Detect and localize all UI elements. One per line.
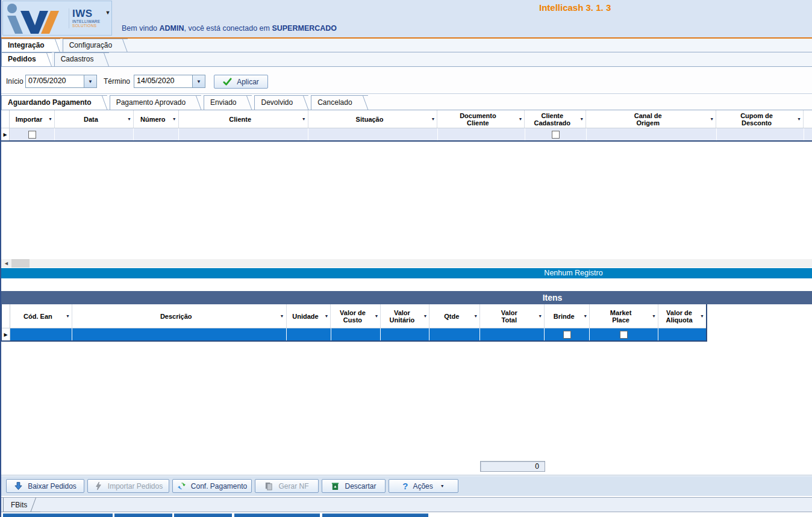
filter-dropdown-icon[interactable]: ▼ xyxy=(172,116,176,123)
cell-descricao[interactable] xyxy=(72,328,287,340)
col-unidade-label: Unidade xyxy=(292,313,318,320)
scrollbar-thumb[interactable] xyxy=(11,259,30,268)
col-cod-ean[interactable]: Cód. Ean▼ xyxy=(10,304,72,328)
col-market-place[interactable]: Market Place▼ xyxy=(590,304,658,328)
inicio-label: Início xyxy=(6,77,23,86)
cell-market-place[interactable] xyxy=(590,328,658,340)
cliente-cadastrado-checkbox[interactable] xyxy=(552,131,560,139)
col-canal-origem[interactable]: Canal de Origem▼ xyxy=(586,110,716,128)
cell-importar[interactable] xyxy=(10,128,55,140)
gerar-nf-button[interactable]: Gerar NF xyxy=(255,479,319,493)
cell-valor-custo[interactable] xyxy=(331,328,381,340)
horizontal-scrollbar[interactable]: ◄ xyxy=(1,259,812,268)
tab-aguardando-label: Aguardando Pagamento xyxy=(8,98,92,107)
aplicar-button[interactable]: Aplicar xyxy=(214,75,268,89)
col-cliente[interactable]: Cliente▼ xyxy=(179,110,308,128)
col-importar[interactable]: Importar▼ xyxy=(10,110,55,128)
filter-dropdown-icon[interactable]: ▼ xyxy=(579,116,584,123)
filter-dropdown-icon[interactable]: ▼ xyxy=(325,313,329,320)
tab-pagamento-aprovado[interactable]: Pagamento Aprovado xyxy=(110,95,201,110)
cell-valor-total[interactable] xyxy=(480,328,545,340)
filter-dropdown-icon[interactable]: ▼ xyxy=(280,313,284,320)
filter-dropdown-icon[interactable]: ▼ xyxy=(652,313,656,320)
col-valor-aliquota[interactable]: Valor de Aliquota▼ xyxy=(658,304,706,328)
descartar-button[interactable]: Descartar xyxy=(322,479,386,493)
termino-dropdown-button[interactable]: ▼ xyxy=(192,75,205,87)
cell-brinde[interactable] xyxy=(545,328,590,340)
chevron-down-icon: ▼ xyxy=(440,484,445,488)
inicio-dropdown-button[interactable]: ▼ xyxy=(84,75,96,87)
filter-dropdown-icon[interactable]: ▼ xyxy=(797,116,801,123)
col-situacao[interactable]: Situação▼ xyxy=(308,110,438,128)
logo-dropdown-icon[interactable]: ▼ xyxy=(105,10,110,16)
cell-cliente[interactable] xyxy=(179,128,308,140)
filter-dropdown-icon[interactable]: ▼ xyxy=(302,116,306,123)
cell-data[interactable] xyxy=(55,128,134,140)
col-valor-total[interactable]: Valor Total▼ xyxy=(480,304,545,328)
col-valor-unitario[interactable]: Valor Unitário▼ xyxy=(381,304,429,328)
col-qtde[interactable]: Qtde▼ xyxy=(429,304,480,328)
tab-aguardando-pagamento[interactable]: Aguardando Pagamento xyxy=(1,95,107,110)
chevron-down-icon: ▼ xyxy=(196,79,201,84)
filter-dropdown-icon[interactable]: ▼ xyxy=(66,313,70,320)
cell-qtde[interactable] xyxy=(429,328,480,340)
baixar-pedidos-button[interactable]: Baixar Pedidos xyxy=(6,479,84,493)
cell-documento-cliente[interactable] xyxy=(438,128,525,140)
filter-dropdown-icon[interactable]: ▼ xyxy=(431,116,436,123)
filter-dropdown-icon[interactable]: ▼ xyxy=(423,313,427,320)
filter-dropdown-icon[interactable]: ▼ xyxy=(48,116,52,123)
market-place-checkbox[interactable] xyxy=(620,331,628,339)
tab-cadastros[interactable]: Cadastros xyxy=(54,52,110,66)
filter-dropdown-icon[interactable]: ▼ xyxy=(518,116,522,123)
inicio-date-value[interactable]: 07/05/2020 xyxy=(26,75,84,87)
items-grid-header: Cód. Ean▼ Descrição▼ Unidade▼ Valor de C… xyxy=(2,304,706,328)
filter-dropdown-icon[interactable]: ▼ xyxy=(473,313,478,320)
col-numero[interactable]: Número▼ xyxy=(134,110,179,128)
filter-dropdown-icon[interactable]: ▼ xyxy=(374,313,378,320)
filter-dropdown-icon[interactable]: ▼ xyxy=(710,116,714,123)
items-selected-empty-row[interactable]: ▶ xyxy=(2,328,706,342)
filter-dropdown-icon[interactable]: ▼ xyxy=(700,313,704,320)
col-documento-cliente[interactable]: Documento Cliente▼ xyxy=(437,110,525,128)
termino-date-picker[interactable]: 14/05/2020 ▼ xyxy=(134,75,205,88)
tab-cancelado[interactable]: Cancelado xyxy=(311,95,367,110)
col-valor-custo[interactable]: Valor de Custo▼ xyxy=(331,304,381,328)
logo-menu-button[interactable]: IWS INTELLIWARE SOLUTIONS ▼ xyxy=(2,1,112,36)
cell-unidade[interactable] xyxy=(287,328,331,340)
acoes-button[interactable]: ? Ações ▼ xyxy=(389,479,458,493)
filter-dropdown-icon[interactable]: ▼ xyxy=(538,313,542,320)
brinde-checkbox[interactable] xyxy=(563,331,571,339)
inicio-date-picker[interactable]: 07/05/2020 ▼ xyxy=(25,75,97,88)
col-cupom-desconto[interactable]: Cupom de Desconto▼ xyxy=(716,110,804,128)
col-descricao[interactable]: Descrição▼ xyxy=(72,304,287,328)
col-cliente-cadastrado[interactable]: Cliente Cadastrado▼ xyxy=(525,110,586,128)
filter-dropdown-icon[interactable]: ▼ xyxy=(127,116,131,123)
cell-canal-origem[interactable] xyxy=(587,128,717,140)
conf-pagamento-button[interactable]: Conf. Pagamento xyxy=(172,479,252,493)
scroll-left-button[interactable]: ◄ xyxy=(1,259,11,268)
cell-situacao[interactable] xyxy=(308,128,438,140)
tab-devolvido[interactable]: Devolvido xyxy=(254,95,308,110)
col-numero-label: Número xyxy=(140,116,166,123)
tab-integracao[interactable]: Integração xyxy=(1,39,60,52)
cell-cod-ean[interactable] xyxy=(10,328,72,340)
cell-valor-aliquota[interactable] xyxy=(658,328,706,340)
col-brinde[interactable]: Brinde▼ xyxy=(545,304,590,328)
tab-pedidos[interactable]: Pedidos xyxy=(1,52,52,66)
filter-dropdown-icon[interactable]: ▼ xyxy=(583,313,587,320)
tab-enviado[interactable]: Enviado xyxy=(204,95,252,110)
termino-date-value[interactable]: 14/05/2020 xyxy=(134,75,192,87)
app-title: Intellicash 3. 1. 3 xyxy=(539,2,611,13)
col-data[interactable]: Data▼ xyxy=(55,110,134,128)
col-unidade[interactable]: Unidade▼ xyxy=(287,304,331,328)
cell-valor-unitario[interactable] xyxy=(381,328,429,340)
tab-configuracao[interactable]: Configuração xyxy=(63,39,128,52)
tab-fbits[interactable]: FBits xyxy=(3,498,40,512)
importar-pedidos-button[interactable]: Importar Pedidos xyxy=(87,479,169,493)
cell-numero[interactable] xyxy=(134,128,179,140)
orders-empty-row[interactable]: ▶ xyxy=(1,128,812,142)
cell-cliente-cadastrado[interactable] xyxy=(525,128,587,140)
aplicar-label: Aplicar xyxy=(237,78,259,86)
cell-cupom-desconto[interactable] xyxy=(717,128,804,140)
importar-checkbox[interactable] xyxy=(28,131,36,139)
